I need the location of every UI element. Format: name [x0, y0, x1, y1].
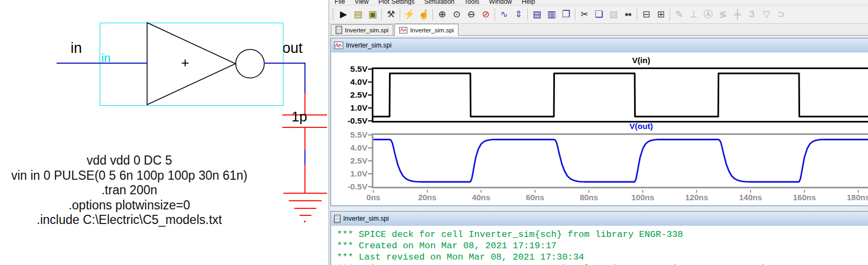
- y-tick-label: 5.5V: [334, 65, 367, 73]
- y-tick-mark: [368, 107, 372, 108]
- y-tick-mark: [368, 160, 372, 161]
- control-panel-icon[interactable]: ⚒: [384, 8, 398, 22]
- menu-item-window[interactable]: Window: [484, 0, 517, 5]
- place-diode-icon[interactable]: ▽: [759, 8, 774, 22]
- menu-bar: FileViewPlot SettingsSimulationToolsWind…: [330, 0, 868, 5]
- toolbar-separator: [575, 9, 575, 21]
- plot-title-vout: V(out): [331, 121, 868, 131]
- y-tick-label: 1.0V: [334, 169, 367, 178]
- ground-bar-1[interactable]: [283, 193, 327, 194]
- spice-directive-line: .tran 200n: [0, 183, 264, 198]
- plot-pane-vout[interactable]: [372, 133, 868, 188]
- toolbar-grip: [332, 8, 334, 21]
- find-icon[interactable]: ◉◉: [621, 8, 635, 22]
- autorange-y-icon[interactable]: ⇕: [511, 8, 526, 22]
- y-tick-mark: [368, 186, 372, 187]
- waveform-icon: [399, 27, 407, 33]
- cut-icon[interactable]: ✂: [577, 8, 592, 22]
- plus-sign: +: [181, 55, 189, 71]
- run-netlist-icon[interactable]: ▶: [336, 8, 351, 22]
- netlist-window-titlebar[interactable]: Inverter_sim.spi: [331, 212, 868, 226]
- plot-pane-vin[interactable]: [372, 67, 868, 123]
- place-capacitor-icon[interactable]: ╪: [730, 8, 745, 22]
- screenshot-root: in out in + 1p vdd vdd 0 DC 5vin in 0 PU…: [0, 0, 868, 265]
- zoom-cancel-icon[interactable]: ⊘: [478, 8, 493, 22]
- ground-dot: [304, 221, 305, 222]
- ground-bar-3[interactable]: [294, 208, 316, 209]
- x-tick-label: 60ns: [516, 193, 554, 202]
- menu-item-file[interactable]: File: [330, 0, 350, 5]
- zoom-full-icon[interactable]: ⊙: [449, 8, 464, 22]
- menu-item-simulation[interactable]: Simulation: [420, 0, 460, 5]
- menu-item-plot-settings[interactable]: Plot Settings: [373, 0, 419, 5]
- tab-waveform[interactable]: Inverter_sim.spi: [394, 24, 459, 36]
- y-tick-mark: [368, 69, 372, 70]
- place-resistor-icon[interactable]: ≶: [716, 8, 730, 22]
- trace-vin: [373, 69, 868, 121]
- tab-netlist[interactable]: Inverter_sim.spi: [331, 24, 393, 35]
- zoom-out-icon[interactable]: ⊖: [464, 8, 478, 22]
- wire-out[interactable]: [264, 63, 305, 64]
- netlist-editor-window: Inverter_sim.spi *** SPICE deck for cell…: [330, 211, 868, 265]
- y-tick-label: 5.5V: [334, 131, 367, 139]
- place-inductor-icon[interactable]: 3: [745, 8, 759, 22]
- plot-settings-icon[interactable]: ∿: [497, 8, 511, 22]
- toolbar-separator: [670, 9, 670, 21]
- wire-cap-bottom[interactable]: [304, 128, 305, 150]
- place-ground-icon[interactable]: ⊥: [686, 8, 701, 22]
- toolbar-separator: [400, 9, 400, 21]
- cascade-windows-icon[interactable]: ❐: [559, 8, 573, 22]
- ltspice-window: FileViewPlot SettingsSimulationToolsWind…: [329, 0, 868, 265]
- y-tick-mark: [368, 147, 372, 148]
- y-tick-label: -0.5V: [334, 117, 367, 125]
- open-file-icon[interactable]: ▤: [351, 8, 365, 22]
- y-tick-label: 2.5V: [334, 157, 367, 165]
- toolbar-separator: [495, 9, 495, 21]
- waveform-window-titlebar[interactable]: Inverter_sim.spi: [331, 39, 868, 52]
- spice-directives-text: vdd vdd 0 DC 5vin in 0 PULSE(0 5 6n 100p…: [0, 153, 264, 228]
- tab-label: Inverter_sim.spi: [410, 27, 454, 33]
- spice-deck-text[interactable]: *** SPICE deck for cell Inverter_sim{sch…: [337, 229, 804, 265]
- spice-directive-line: vdd vdd 0 DC 5: [0, 153, 264, 168]
- toolbar-separator: [381, 9, 382, 21]
- y-tick-mark: [368, 173, 372, 174]
- save-file-icon[interactable]: ▣: [365, 8, 380, 22]
- copy-icon[interactable]: ❏: [592, 8, 606, 22]
- menu-item-view[interactable]: View: [350, 0, 373, 5]
- paste-icon[interactable]: ▨: [606, 8, 621, 22]
- toolbar-separator: [637, 9, 637, 21]
- draw-wire-icon[interactable]: ✎: [672, 8, 686, 22]
- plot-title-vin: V(in): [331, 56, 868, 65]
- waveform-window-icon: [334, 42, 343, 49]
- wire-in[interactable]: [57, 63, 147, 64]
- wire-out-vertical[interactable]: [304, 63, 305, 93]
- ground-bar-2[interactable]: [289, 200, 322, 201]
- y-tick-label: 4.0V: [334, 144, 367, 152]
- wire-to-ground[interactable]: [304, 165, 305, 193]
- zoom-in-icon[interactable]: ⊕: [435, 8, 449, 22]
- menu-item-tools[interactable]: Tools: [460, 0, 484, 5]
- x-tick-label: 160ns: [786, 193, 823, 202]
- print-preview-icon[interactable]: ⊞: [654, 8, 668, 22]
- menu-item-help[interactable]: Help: [517, 0, 540, 5]
- y-tick-label: 2.5V: [334, 91, 367, 99]
- tab-label: Inverter_sim.spi: [345, 27, 388, 33]
- place-component-icon[interactable]: ⊃: [774, 8, 788, 22]
- spice-directive-line: .options plotwinsize=0: [0, 198, 264, 213]
- place-label-icon[interactable]: Ⓐ: [701, 8, 716, 22]
- halt-simulation-icon[interactable]: ☝: [416, 8, 431, 22]
- print-icon[interactable]: ⊟: [639, 8, 654, 22]
- tile-horizontal-icon[interactable]: ▤: [530, 8, 544, 22]
- spice-directive-line: .include C:\Electric\C5_models.txt: [0, 213, 264, 228]
- run-simulation-icon[interactable]: ⚡: [402, 8, 416, 22]
- document-icon: [334, 215, 341, 223]
- ground-bar-4[interactable]: [300, 215, 311, 216]
- schematic-canvas[interactable]: in out in + 1p vdd vdd 0 DC 5vin in 0 PU…: [0, 0, 328, 265]
- tile-vertical-icon[interactable]: ▥: [544, 8, 559, 22]
- y-tick-mark: [368, 120, 372, 121]
- toolbar-separator: [527, 9, 528, 21]
- y-tick-mark: [368, 134, 372, 135]
- toolbar-separator: [433, 9, 433, 21]
- wire-net-segment[interactable]: [304, 150, 305, 165]
- trace-vout: [373, 135, 868, 187]
